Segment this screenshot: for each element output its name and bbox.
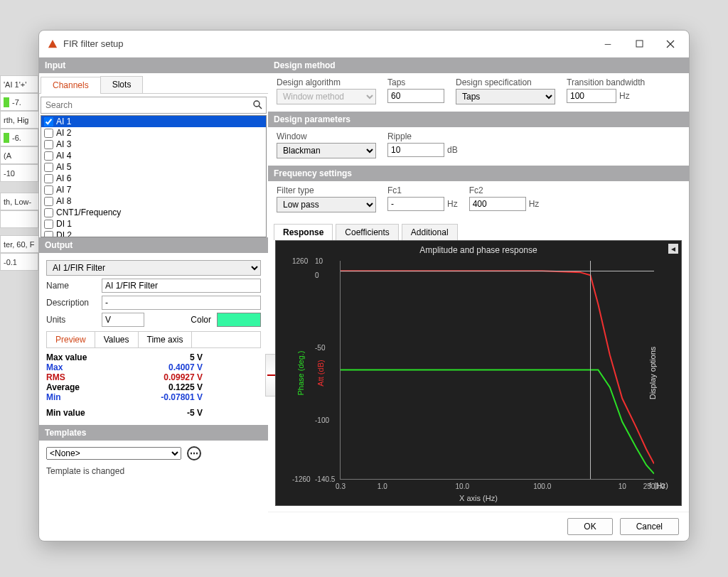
svg-line-5 xyxy=(259,106,262,109)
taps-field[interactable] xyxy=(387,89,444,103)
channel-checkbox[interactable] xyxy=(44,185,53,195)
channel-checkbox[interactable] xyxy=(44,140,53,149)
stats-panel: Max value5 V Max0.4007 V RMS0.09927 V Av… xyxy=(46,352,261,418)
tab-time-axis[interactable]: Time axis xyxy=(139,332,193,347)
svg-marker-0 xyxy=(48,39,57,47)
templates-section-header: Templates xyxy=(39,425,268,441)
window-select[interactable]: Blackman xyxy=(277,143,376,158)
description-field[interactable] xyxy=(102,296,261,310)
freq-settings-header: Frequency settings xyxy=(268,166,689,181)
channel-list[interactable]: AI 1AI 2AI 3AI 4AI 5AI 6AI 7AI 8CNT1/Fre… xyxy=(41,115,267,237)
cancel-button[interactable]: Cancel xyxy=(620,518,679,535)
design-method-header: Design method xyxy=(268,58,689,73)
response-tabs: Response Coefficients Additional xyxy=(268,220,689,240)
app-logo-icon xyxy=(48,39,58,49)
fc2-field[interactable] xyxy=(469,197,526,211)
fc1-field[interactable] xyxy=(387,197,444,211)
output-section-header: Output xyxy=(39,237,268,253)
search-icon xyxy=(252,99,262,112)
channel-row[interactable]: AI 3 xyxy=(41,139,266,150)
channel-checkbox[interactable] xyxy=(44,117,53,126)
color-swatch[interactable] xyxy=(217,313,261,327)
units-field[interactable] xyxy=(102,313,144,327)
input-tabs: Channels Slots xyxy=(39,73,268,94)
search-input[interactable] xyxy=(41,97,267,114)
channel-row[interactable]: AI 6 xyxy=(41,173,266,184)
svg-point-4 xyxy=(254,101,259,107)
transition-bw-field[interactable] xyxy=(567,89,616,103)
window-title: FIR filter setup xyxy=(63,38,592,49)
channel-row[interactable]: AI 4 xyxy=(41,150,266,161)
channel-row[interactable]: CNT1/Frequency xyxy=(41,207,266,218)
channel-row[interactable]: AI 8 xyxy=(41,195,266,207)
channel-checkbox[interactable] xyxy=(44,231,53,238)
svg-rect-1 xyxy=(636,41,643,47)
close-button[interactable] xyxy=(655,33,686,55)
template-status: Template is changed xyxy=(39,466,268,483)
channel-checkbox[interactable] xyxy=(44,220,53,229)
tab-preview[interactable]: Preview xyxy=(47,332,95,347)
response-chart[interactable]: ◂ Amplitude and phase response Phase (de… xyxy=(275,240,682,506)
template-select[interactable]: <None> xyxy=(46,447,181,460)
ok-button[interactable]: OK xyxy=(567,518,612,535)
fir-filter-dialog: FIR filter setup ─ Input Channels Slots … xyxy=(38,30,690,541)
tab-slots[interactable]: Slots xyxy=(100,76,144,93)
titlebar: FIR filter setup ─ xyxy=(39,31,689,58)
channel-row[interactable]: DI 2 xyxy=(41,230,266,237)
output-channel-select[interactable]: AI 1/FIR Filter xyxy=(46,260,261,276)
minimize-button[interactable]: ─ xyxy=(592,33,623,55)
tab-channels[interactable]: Channels xyxy=(41,77,101,94)
tab-values[interactable]: Values xyxy=(95,332,139,347)
channel-checkbox[interactable] xyxy=(44,129,53,138)
channel-checkbox[interactable] xyxy=(44,197,53,206)
design-algorithm-select: Window method xyxy=(277,89,376,104)
template-options-icon[interactable]: ⋯ xyxy=(187,446,201,460)
channel-row[interactable]: AI 7 xyxy=(41,184,266,195)
ripple-field[interactable] xyxy=(387,143,444,157)
tab-coefficients[interactable]: Coefficients xyxy=(336,224,398,240)
name-field[interactable] xyxy=(102,279,261,293)
channel-checkbox[interactable] xyxy=(44,208,53,217)
channel-row[interactable]: AI 5 xyxy=(41,161,266,173)
maximize-button[interactable] xyxy=(623,33,655,55)
channel-row[interactable]: AI 2 xyxy=(41,127,266,139)
filter-type-select[interactable]: Low pass xyxy=(277,197,376,212)
channel-checkbox[interactable] xyxy=(44,174,53,183)
design-spec-select[interactable]: Taps xyxy=(456,89,555,104)
tab-additional[interactable]: Additional xyxy=(402,224,458,240)
output-tabs: Preview Values Time axis xyxy=(46,331,261,348)
design-params-header: Design parameters xyxy=(268,112,689,127)
channel-checkbox[interactable] xyxy=(44,151,53,161)
channel-row[interactable]: AI 1 xyxy=(41,116,266,127)
channel-checkbox[interactable] xyxy=(44,163,53,172)
input-section-header: Input xyxy=(39,58,268,73)
channel-row[interactable]: DI 1 xyxy=(41,218,266,230)
tab-response[interactable]: Response xyxy=(274,224,333,240)
